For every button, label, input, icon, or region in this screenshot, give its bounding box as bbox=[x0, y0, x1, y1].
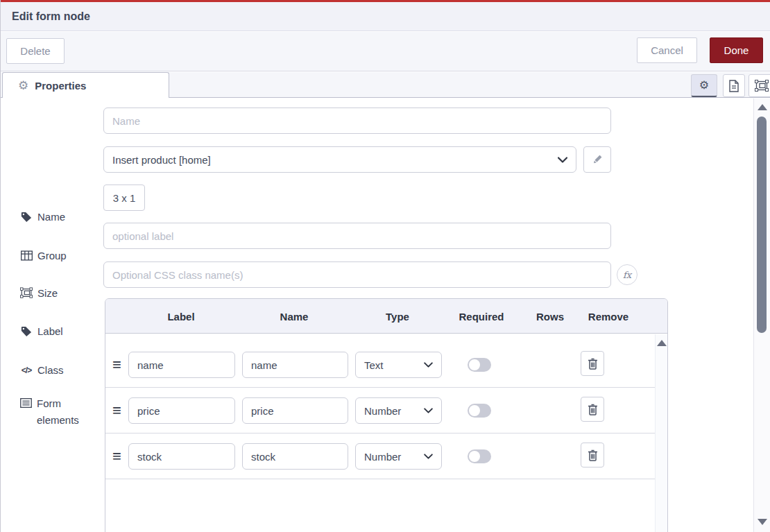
form-elements-table: Label Name Type Required Rows Remove ≡ T… bbox=[105, 298, 668, 532]
label-input[interactable] bbox=[103, 223, 611, 249]
tab-properties[interactable]: ⚙︎ Properties bbox=[2, 72, 169, 98]
expression-button[interactable]: fx bbox=[617, 264, 638, 285]
name-field-label: Name bbox=[20, 211, 65, 223]
column-header-type: Type bbox=[386, 299, 409, 334]
edit-form-node-dialog: Edit form node Delete Cancel Done ⚙︎ Pro… bbox=[0, 0, 770, 532]
form-element-row: ≡ Number bbox=[105, 434, 667, 479]
column-header-label: Label bbox=[167, 299, 194, 334]
edit-group-button[interactable] bbox=[583, 146, 611, 173]
chevron-down-icon bbox=[424, 362, 433, 368]
element-name-input[interactable] bbox=[242, 443, 348, 470]
drag-handle-icon[interactable]: ≡ bbox=[112, 403, 121, 418]
object-group-icon bbox=[20, 287, 33, 299]
editor-tab-row: ⚙︎ Properties ⚙︎ bbox=[1, 72, 770, 98]
scroll-up-arrow-icon[interactable] bbox=[657, 340, 667, 346]
properties-tab-button[interactable]: ⚙︎ bbox=[691, 74, 717, 97]
element-type-select[interactable]: Number bbox=[355, 443, 442, 470]
document-icon bbox=[728, 80, 739, 92]
done-button[interactable]: Done bbox=[710, 37, 763, 63]
form-elements-rows: ≡ Text bbox=[105, 334, 667, 479]
code-icon: </> bbox=[20, 366, 33, 375]
required-toggle[interactable] bbox=[468, 358, 491, 372]
list-alt-icon bbox=[20, 398, 32, 408]
drag-handle-icon[interactable]: ≡ bbox=[112, 449, 121, 464]
remove-element-button[interactable] bbox=[581, 397, 604, 422]
element-name-input[interactable] bbox=[242, 352, 348, 378]
element-name-input[interactable] bbox=[242, 397, 348, 424]
trash-icon bbox=[588, 449, 598, 461]
group-select[interactable]: Insert product [home] bbox=[103, 146, 576, 173]
dialog-title: Edit form node bbox=[12, 10, 90, 23]
column-header-remove: Remove bbox=[588, 299, 628, 334]
cancel-button[interactable]: Cancel bbox=[637, 37, 697, 63]
table-scrollbar[interactable] bbox=[655, 334, 667, 532]
label-field-label: Label bbox=[20, 325, 63, 337]
remove-element-button[interactable] bbox=[581, 351, 604, 376]
form-elements-label: Form elements bbox=[20, 395, 89, 429]
form-element-row: ≡ Text bbox=[105, 342, 667, 388]
trash-icon bbox=[588, 404, 598, 415]
element-type-select[interactable]: Text bbox=[355, 352, 442, 378]
toggle-knob bbox=[469, 451, 480, 462]
size-field-label: Size bbox=[20, 287, 58, 299]
pencil-icon bbox=[592, 154, 603, 165]
tag-icon bbox=[20, 326, 33, 337]
properties-panel: Name Group Insert product [home] bbox=[1, 98, 770, 532]
column-header-name: Name bbox=[280, 299, 309, 334]
scrollbar-thumb[interactable] bbox=[757, 117, 767, 333]
description-tab-button[interactable] bbox=[723, 74, 745, 97]
element-type-select[interactable]: Number bbox=[355, 397, 442, 424]
drag-handle-icon[interactable]: ≡ bbox=[112, 357, 121, 372]
group-field-label: Group bbox=[20, 250, 67, 261]
chevron-down-icon bbox=[424, 454, 433, 459]
required-toggle[interactable] bbox=[468, 404, 491, 418]
element-label-input[interactable] bbox=[128, 443, 235, 470]
delete-button[interactable]: Delete bbox=[6, 38, 65, 64]
toggle-knob bbox=[469, 405, 480, 416]
form-elements-table-header: Label Name Type Required Rows Remove bbox=[105, 299, 667, 334]
appearance-tab-button[interactable] bbox=[748, 74, 770, 97]
appearance-icon bbox=[755, 80, 769, 92]
form-element-row: ≡ Number bbox=[105, 388, 667, 434]
tab-properties-label: Properties bbox=[35, 80, 86, 92]
scroll-down-arrow-icon[interactable] bbox=[758, 519, 767, 525]
remove-element-button[interactable] bbox=[581, 443, 604, 467]
name-input[interactable] bbox=[103, 108, 611, 134]
dialog-header: Edit form node bbox=[1, 2, 770, 31]
required-toggle[interactable] bbox=[468, 449, 491, 463]
dialog-button-bar: Delete Cancel Done bbox=[1, 32, 770, 71]
gear-icon: ⚙︎ bbox=[18, 80, 28, 92]
element-label-input[interactable] bbox=[128, 352, 235, 378]
trash-icon bbox=[588, 358, 598, 370]
class-input[interactable] bbox=[103, 261, 611, 288]
column-header-rows: Rows bbox=[536, 299, 564, 334]
class-field-label: </> Class bbox=[20, 364, 64, 376]
element-label-input[interactable] bbox=[128, 397, 235, 424]
gear-icon: ⚙︎ bbox=[699, 80, 709, 91]
toggle-knob bbox=[469, 359, 480, 370]
panel-scrollbar[interactable] bbox=[753, 98, 770, 532]
size-button[interactable]: 3 x 1 bbox=[103, 185, 145, 211]
chevron-down-icon bbox=[424, 408, 433, 413]
column-header-required: Required bbox=[459, 299, 504, 334]
scroll-up-arrow-icon[interactable] bbox=[758, 104, 767, 110]
table-icon bbox=[20, 250, 33, 261]
tag-icon bbox=[20, 212, 33, 223]
chevron-down-icon bbox=[558, 157, 567, 163]
